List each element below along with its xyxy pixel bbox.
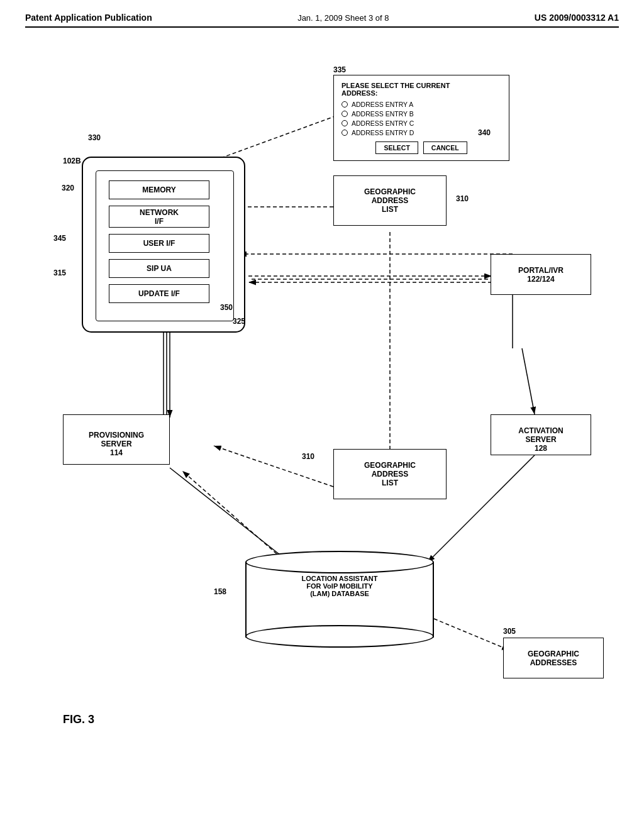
cancel-button[interactable]: CANCEL: [423, 141, 467, 154]
svg-line-2: [208, 116, 336, 163]
page-header: Patent Application Publication Jan. 1, 2…: [25, 13, 619, 28]
label-350: 350: [220, 303, 233, 312]
memory-box: MEMORY: [109, 180, 209, 199]
geo-address-list-mid: GEOGRAPHIC ADDRESS LIST: [333, 449, 447, 499]
svg-line-13: [170, 468, 289, 562]
sip-ua-box: SIP UA: [109, 259, 209, 278]
header-patent-number: US 2009/0003312 A1: [535, 13, 619, 23]
label-330: 330: [88, 133, 101, 142]
update-if-box: UPDATE I/F: [109, 284, 209, 303]
header-date-sheet: Jan. 1, 2009 Sheet 3 of 8: [297, 13, 389, 23]
radio-option-d: ADDRESS ENTRY D: [341, 129, 501, 136]
label-310a: 310: [456, 194, 469, 203]
dialog-box-335: PLEASE SELECT THE CURRENT ADDRESS: ADDRE…: [333, 75, 509, 161]
diagram: 335 PLEASE SELECT THE CURRENT ADDRESS: A…: [25, 40, 619, 807]
select-button[interactable]: SELECT: [375, 141, 418, 154]
label-325: 325: [233, 317, 245, 326]
label-345: 345: [53, 234, 66, 243]
label-310b: 310: [302, 452, 314, 461]
radio-circle-b: [341, 111, 348, 117]
svg-line-16: [214, 446, 333, 487]
label-335: 335: [333, 65, 346, 74]
svg-line-14: [434, 619, 509, 650]
label-340: 340: [478, 128, 491, 137]
radio-option-b: ADDRESS ENTRY B: [341, 110, 501, 118]
radio-option-c: ADDRESS ENTRY C: [341, 119, 501, 127]
label-102b: 102B: [63, 157, 81, 165]
radio-circle-d: [341, 130, 348, 136]
user-if-box: USER I/F: [109, 234, 209, 253]
portal-ivr-box: PORTAL/IVR 122/124: [491, 254, 591, 295]
radio-circle-a: [341, 101, 348, 108]
dialog-options: ADDRESS ENTRY A ADDRESS ENTRY B ADDRESS …: [341, 101, 501, 136]
label-315: 315: [53, 268, 66, 277]
lam-database-text: LOCATION ASSISTANT FOR VoIP MOBILITY (LA…: [247, 575, 433, 597]
geo-address-list-top: GEOGRAPHIC ADDRESS LIST: [333, 175, 447, 226]
header-publication: Patent Application Publication: [25, 13, 152, 23]
svg-line-15: [182, 471, 286, 562]
fig-label: FIG. 3: [63, 713, 94, 726]
dialog-title: PLEASE SELECT THE CURRENT ADDRESS:: [341, 82, 501, 97]
provisioning-server-box: PROVISIONING SERVER 114: [63, 414, 170, 465]
label-320: 320: [62, 184, 74, 192]
geographic-addresses-box: GEOGRAPHIC ADDRESSES: [503, 638, 604, 678]
svg-line-20: [522, 348, 535, 414]
lam-database-container: LOCATION ASSISTANT FOR VoIP MOBILITY (LA…: [245, 562, 434, 638]
activation-server-box: ACTIVATION SERVER 128: [491, 414, 591, 455]
label-305: 305: [503, 627, 516, 636]
radio-option-a: ADDRESS ENTRY A: [341, 101, 501, 108]
dialog-buttons: SELECT CANCEL: [341, 141, 501, 154]
radio-circle-c: [341, 120, 348, 126]
label-158: 158: [214, 587, 226, 596]
device-inner: 320 345 315 MEMORY NETWORK I/F USER I/F: [96, 170, 234, 321]
network-if-box: NETWORK I/F: [109, 206, 209, 228]
